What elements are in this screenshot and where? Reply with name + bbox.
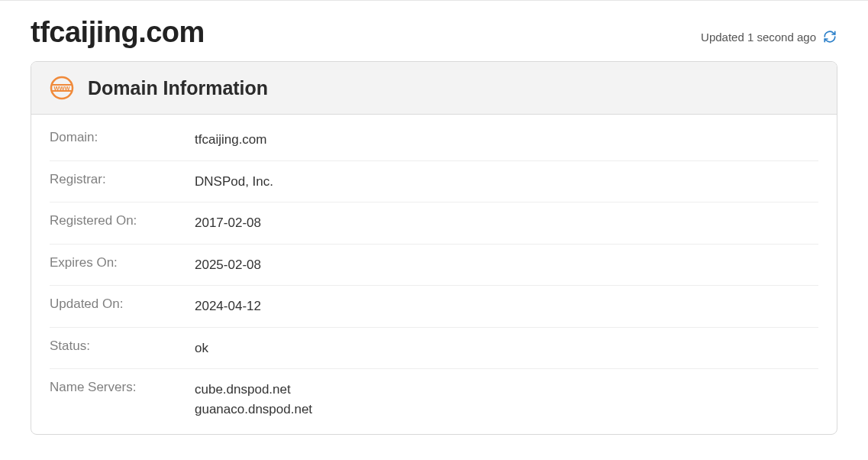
table-row: Registrar: DNSPod, Inc. <box>50 161 818 203</box>
row-value: DNSPod, Inc. <box>195 172 273 192</box>
updated-text: Updated 1 second ago <box>701 31 816 44</box>
row-label: Expires On: <box>50 255 195 275</box>
domain-title: tfcaijing.com <box>31 16 205 49</box>
table-row: Registered On: 2017-02-08 <box>50 202 818 245</box>
domain-info-card: WWW Domain Information Domain: tfcaijing… <box>31 61 837 435</box>
row-label: Updated On: <box>50 296 195 316</box>
row-value: 2025-02-08 <box>195 255 261 275</box>
row-value: ok <box>195 339 208 358</box>
row-value: tfcaijing.com <box>195 130 266 150</box>
refresh-icon[interactable] <box>822 29 837 44</box>
row-value: 2017-02-08 <box>195 213 261 233</box>
table-row: Expires On: 2025-02-08 <box>50 245 818 287</box>
info-table: Domain: tfcaijing.com Registrar: DNSPod,… <box>31 115 837 434</box>
updated-status: Updated 1 second ago <box>701 29 837 49</box>
table-row: Status: ok <box>50 328 818 370</box>
header-row: tfcaijing.com Updated 1 second ago <box>31 16 837 49</box>
row-label: Registered On: <box>50 213 195 233</box>
card-title: Domain Information <box>88 77 268 99</box>
row-label: Name Servers: <box>50 380 195 419</box>
row-label: Domain: <box>50 130 195 150</box>
svg-text:WWW: WWW <box>53 85 70 92</box>
www-icon: WWW <box>50 76 74 100</box>
row-label: Status: <box>50 339 195 358</box>
table-row: Domain: tfcaijing.com <box>50 119 818 161</box>
table-row: Name Servers: cube.dnspod.net guanaco.dn… <box>50 369 818 429</box>
row-value: cube.dnspod.net guanaco.dnspod.net <box>195 380 312 419</box>
row-label: Registrar: <box>50 172 195 192</box>
row-value: 2024-04-12 <box>195 296 261 316</box>
table-row: Updated On: 2024-04-12 <box>50 286 818 328</box>
page-container: tfcaijing.com Updated 1 second ago WWW <box>0 0 868 450</box>
card-header: WWW Domain Information <box>31 62 837 115</box>
